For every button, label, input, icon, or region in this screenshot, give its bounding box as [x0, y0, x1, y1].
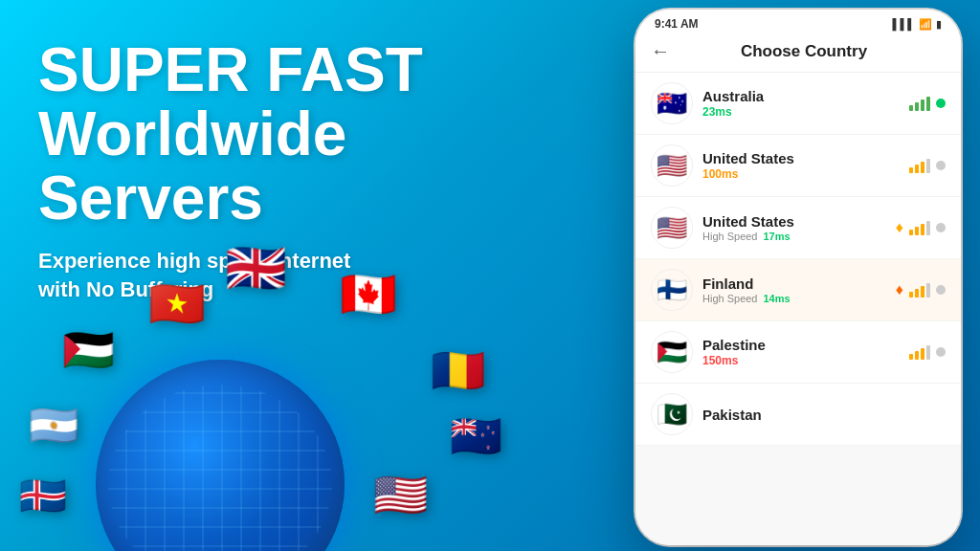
high-speed-row-us2: High Speed 17ms	[702, 231, 886, 242]
status-dot-australia	[936, 99, 946, 108]
country-right-palestine	[909, 345, 946, 360]
flag-vietnam: 🇻🇳	[148, 277, 206, 331]
bar2	[915, 289, 919, 298]
flag-iceland: 🇮🇸	[19, 474, 67, 518]
country-info-us2: United States High Speed 17ms	[702, 213, 886, 242]
country-item-us2[interactable]: 🇺🇸 United States High Speed 17ms ♦	[635, 197, 961, 259]
main-title: SUPER FAST Worldwide Servers	[38, 38, 517, 231]
bar2	[915, 227, 919, 235]
country-info-palestine: Palestine 150ms	[702, 337, 900, 367]
flag-usa: 🇺🇸	[373, 469, 428, 520]
country-name-australia: Australia	[702, 88, 900, 104]
status-bar: 9:41 AM ▌▌▌ 📶 ▮	[635, 10, 961, 34]
bar3	[921, 224, 924, 235]
country-right-us1	[909, 159, 946, 173]
premium-icon-us2: ♦	[896, 219, 903, 236]
flag-palestine: 🇵🇸	[62, 325, 115, 375]
phone-header: ← Choose Country	[635, 34, 961, 73]
bar2	[915, 165, 919, 173]
bar2	[915, 351, 919, 360]
bar1	[909, 105, 913, 111]
country-info-finland: Finland High Speed 14ms	[702, 276, 886, 304]
flag-circle-us2: 🇺🇸	[651, 207, 693, 249]
flag-circle-australia: 🇦🇺	[651, 82, 693, 124]
country-item-finland[interactable]: 🇫🇮 Finland High Speed 14ms ♦	[635, 259, 961, 321]
bar4	[926, 283, 930, 298]
hs-ping-finland: 14ms	[764, 293, 791, 304]
header-title: Choose Country	[681, 42, 926, 61]
country-item-pakistan[interactable]: 🇵🇰 Pakistan	[635, 384, 961, 446]
bar1	[909, 292, 913, 298]
high-speed-label-us2: High Speed	[702, 231, 758, 242]
flag-canada: 🇨🇦	[340, 268, 397, 321]
bar3	[921, 348, 924, 360]
bar4	[926, 159, 930, 173]
country-name-us2: United States	[702, 213, 886, 230]
status-dot-us1	[936, 161, 946, 170]
wifi-icon: 📶	[919, 18, 932, 31]
country-right-finland: ♦	[896, 281, 946, 298]
country-list[interactable]: 🇦🇺 Australia 23ms 🇺🇸 United States 1	[635, 73, 961, 545]
bar2	[915, 102, 919, 111]
country-name-palestine: Palestine	[702, 337, 900, 353]
back-button[interactable]: ←	[651, 40, 670, 62]
status-dot-finland	[936, 285, 946, 295]
bar4	[926, 345, 930, 360]
subtitle-line1: Experience high speed internet	[38, 249, 350, 273]
hs-ping-us2: 17ms	[764, 231, 791, 242]
status-dot-us2	[936, 223, 946, 232]
country-ping-palestine: 150ms	[702, 354, 900, 367]
status-time: 9:41 AM	[655, 17, 699, 31]
battery-icon: ▮	[936, 18, 942, 31]
country-item-us1[interactable]: 🇺🇸 United States 100ms	[635, 135, 961, 197]
country-right-us2: ♦	[896, 219, 946, 236]
bar1	[909, 230, 913, 235]
signal-bars-australia	[909, 97, 930, 111]
signal-icon: ▌▌▌	[893, 18, 915, 30]
country-ping-us1: 100ms	[702, 167, 900, 181]
high-speed-row-finland: High Speed 14ms	[702, 293, 886, 304]
bar3	[921, 286, 924, 298]
country-item-australia[interactable]: 🇦🇺 Australia 23ms	[635, 73, 961, 135]
phone-mockup: 9:41 AM ▌▌▌ 📶 ▮ ← Choose Country 🇦🇺 Aust…	[635, 10, 961, 545]
flag-circle-palestine: 🇵🇸	[651, 331, 693, 373]
bar4	[926, 221, 930, 235]
bar1	[909, 167, 913, 173]
country-info-us1: United States 100ms	[702, 150, 900, 181]
flag-romania: 🇷🇴	[431, 344, 485, 396]
status-icons: ▌▌▌ 📶 ▮	[893, 18, 942, 31]
premium-icon-finland: ♦	[896, 281, 903, 298]
country-name-pakistan: Pakistan	[702, 407, 946, 423]
country-ping-australia: 23ms	[702, 105, 900, 119]
bar4	[926, 97, 930, 111]
country-info-australia: Australia 23ms	[702, 88, 900, 119]
bar1	[909, 354, 913, 360]
country-name-us1: United States	[702, 150, 900, 166]
flag-circle-us1: 🇺🇸	[651, 144, 693, 187]
bar3	[921, 99, 924, 111]
flag-argentina: 🇦🇷	[29, 402, 78, 449]
flag-circle-pakistan: 🇵🇰	[651, 393, 693, 435]
title-line2: Worldwide Servers	[38, 99, 346, 232]
signal-bars-us1	[909, 159, 930, 173]
title-line1: SUPER FAST	[38, 35, 423, 104]
bar3	[921, 162, 924, 173]
signal-bars-palestine	[909, 345, 930, 360]
high-speed-label-finland: High Speed	[702, 293, 758, 304]
country-name-finland: Finland	[702, 276, 886, 292]
signal-bars-us2	[909, 221, 930, 235]
flag-uk: 🇬🇧	[225, 239, 287, 298]
flag-newzealand: 🇳🇿	[450, 411, 502, 461]
signal-bars-finland	[909, 283, 930, 298]
flag-circle-finland: 🇫🇮	[651, 269, 693, 311]
country-right-australia	[909, 97, 946, 111]
country-info-pakistan: Pakistan	[702, 407, 946, 423]
country-item-palestine[interactable]: 🇵🇸 Palestine 150ms	[635, 321, 961, 384]
status-dot-palestine	[936, 347, 946, 357]
